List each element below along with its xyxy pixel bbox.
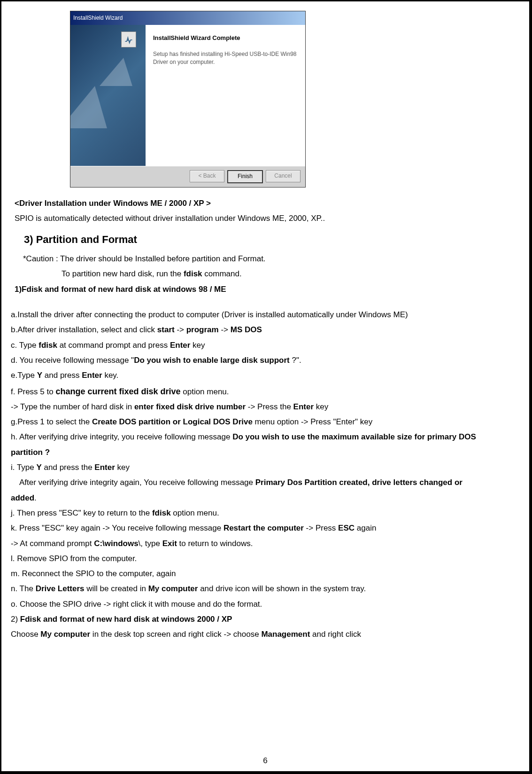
decorative-triangle-icon <box>70 86 118 128</box>
finish-button[interactable]: Finish <box>227 170 263 183</box>
step-b: b.After driver installation, select and … <box>11 322 520 337</box>
heading-partition-format: 3) Partition and Format <box>24 230 520 250</box>
step-h-cont: partition ? <box>11 445 520 460</box>
step-o: o. Choose the SPIO drive -> right click … <box>11 597 520 612</box>
back-button[interactable]: < Back <box>190 170 224 182</box>
decorative-triangle-icon <box>100 58 140 86</box>
window-titlebar: InstallShield Wizard <box>70 11 305 25</box>
document-page: InstallShield Wizard InstallShield Wizar… <box>0 0 532 774</box>
wizard-content: InstallShield Wizard Complete Setup has … <box>146 25 305 166</box>
subheading-fdisk-98: 1)Fdisk and format of new hard disk at w… <box>15 285 226 294</box>
wizard-button-bar: < Back Finish Cancel <box>70 166 305 187</box>
step-choose-mycomputer: Choose My computer in the desk top scree… <box>11 627 520 642</box>
subheading-fdisk-2000: 2) Fdisk and format of new hard disk at … <box>11 612 520 627</box>
heading-driver-install: <Driver Installation under Windows ME / … <box>15 199 211 208</box>
step-l: l. Remove SPIO from the computer. <box>11 551 520 566</box>
step-a: a.Install the driver after connecting th… <box>11 307 520 322</box>
step-e: e.Type Y and press Enter key. <box>11 368 520 383</box>
text-run-fdisk: To partition new hard disk, run the fdis… <box>62 266 520 281</box>
step-h: h. After verifying drive integrity, you … <box>11 430 520 445</box>
step-f-sub: -> Type the number of hard disk in enter… <box>11 399 520 414</box>
step-i: i. Type Y and press the Enter key <box>11 460 520 475</box>
step-n: n. The Drive Letters will be created in … <box>11 581 520 596</box>
step-i-msg-cont: added. <box>11 491 520 506</box>
installer-icon <box>121 31 136 47</box>
window-body: InstallShield Wizard Complete Setup has … <box>70 25 305 166</box>
step-j: j. Then press "ESC" key to return to the… <box>11 506 520 521</box>
step-m: m. Reconnect the SPIO to the computer, a… <box>11 566 520 581</box>
text-spio-auto: SPIO is automatically detected without d… <box>15 211 520 226</box>
step-k-sub: -> At command prompt C:\windows\, type E… <box>11 536 520 551</box>
wizard-message: Setup has finished installing Hi-Speed U… <box>153 50 299 65</box>
wizard-sidebar <box>70 25 146 166</box>
text-caution: *Caution : The driver should be Installe… <box>23 251 520 266</box>
step-g: g.Press 1 to select the Create DOS parti… <box>11 414 520 430</box>
cancel-button[interactable]: Cancel <box>266 170 301 182</box>
step-c: c. Type fdisk at command prompt and pres… <box>11 338 520 353</box>
step-d: d. You receive following message "Do you… <box>11 353 520 368</box>
installshield-window: InstallShield Wizard InstallShield Wizar… <box>70 11 306 188</box>
step-k: k. Press "ESC" key again -> You receive … <box>11 521 520 536</box>
wizard-screenshot: InstallShield Wizard InstallShield Wizar… <box>70 11 522 188</box>
step-f: f. Press 5 to change current fixed disk … <box>11 383 520 399</box>
wizard-heading: InstallShield Wizard Complete <box>153 32 299 44</box>
page-number: 6 <box>1 753 529 768</box>
step-i-msg: After verifying drive integrity again, Y… <box>19 475 520 490</box>
